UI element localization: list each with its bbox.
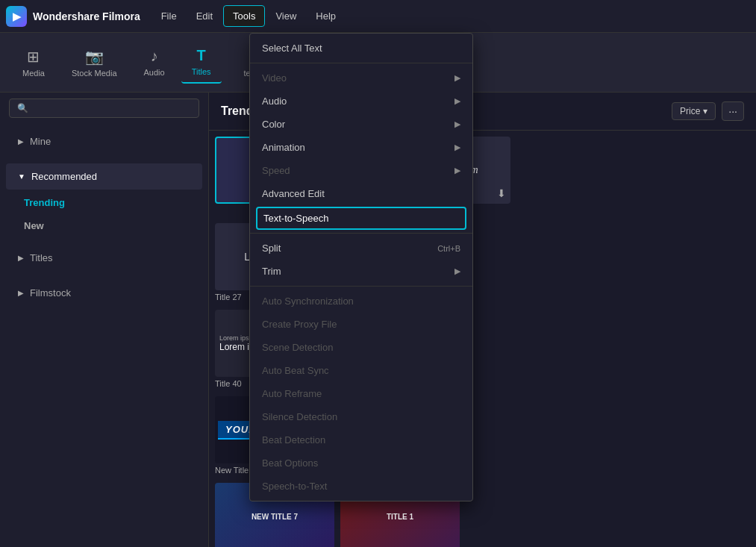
audio-arrow-icon: ▶ xyxy=(454,96,460,106)
dropdown-text-to-speech[interactable]: Text-to-Speech xyxy=(256,207,466,230)
menu-bar: ▶ Wondershare Filmora File Edit Tools Vi… xyxy=(0,0,756,33)
toolbar-stock-media[interactable]: 📷 Stock Media xyxy=(61,42,128,84)
media-icon: ⊞ xyxy=(27,48,40,66)
dropdown-video: Video ▶ xyxy=(250,66,472,90)
speed-arrow-icon: ▶ xyxy=(454,166,460,175)
toolbar-media[interactable]: ⊞ Media xyxy=(12,42,55,84)
menu-tools[interactable]: Tools xyxy=(223,5,265,27)
dropdown-select-all-text[interactable]: Select All Text xyxy=(250,37,472,60)
dropdown-divider-1 xyxy=(250,63,472,63)
dropdown-color[interactable]: Color ▶ xyxy=(250,113,472,136)
dropdown-speed: Speed ▶ xyxy=(250,159,472,182)
price-chevron-icon: ▾ xyxy=(703,106,707,116)
sidebar-subitem-new[interactable]: New xyxy=(0,214,208,237)
sidebar-item-titles[interactable]: ▶ Titles xyxy=(6,245,202,271)
sidebar-item-mine[interactable]: ▶ Mine xyxy=(6,128,202,154)
sidebar: ▶ Mine ▼ Recommended Trending New ▶ Titl… xyxy=(0,93,209,547)
toolbar-audio[interactable]: ♪ Audio xyxy=(134,42,175,83)
filmstock-label: Filmstock xyxy=(30,287,71,298)
filmstock-arrow-icon: ▶ xyxy=(18,289,24,297)
sidebar-section-recommended: ▼ Recommended Trending New xyxy=(0,159,208,240)
sidebar-subitem-trending[interactable]: Trending xyxy=(0,191,208,214)
app-name: Wondershare Filmora xyxy=(33,10,140,22)
thumb-text-t7: New Title 7 xyxy=(252,513,298,521)
menu-items: File Edit Tools View Help xyxy=(152,5,345,27)
menu-file[interactable]: File xyxy=(152,6,186,26)
mine-arrow-icon: ▶ xyxy=(18,137,24,146)
price-label: Price xyxy=(680,106,700,116)
dropdown-speech-to-text: Speech-to-Text xyxy=(250,475,472,498)
titles-label-sidebar: Titles xyxy=(30,252,53,263)
sidebar-item-filmstock[interactable]: ▶ Filmstock xyxy=(6,280,202,306)
menu-help[interactable]: Help xyxy=(307,6,345,26)
dropdown-beat-options: Beat Options xyxy=(250,451,472,475)
sidebar-section-filmstock: ▶ Filmstock xyxy=(0,275,208,310)
dropdown-audio[interactable]: Audio ▶ xyxy=(250,90,472,113)
more-button[interactable]: ··· xyxy=(722,101,744,121)
dropdown-silence-detect: Silence Detection xyxy=(250,405,472,428)
color-arrow-icon: ▶ xyxy=(454,119,460,129)
sidebar-section-titles: ▶ Titles xyxy=(0,240,208,275)
dropdown-auto-sync: Auto Synchronization xyxy=(250,290,472,313)
stock-media-label: Stock Media xyxy=(72,69,117,78)
dropdown-trim[interactable]: Trim ▶ xyxy=(250,260,472,283)
dropdown-create-proxy: Create Proxy File xyxy=(250,313,472,336)
price-selector: Price ▾ ··· xyxy=(672,101,744,121)
app-logo: ▶ Wondershare Filmora xyxy=(6,6,140,27)
audio-icon: ♪ xyxy=(151,48,158,65)
recommended-arrow-icon: ▼ xyxy=(18,172,25,181)
titles-label: Titles xyxy=(192,67,211,76)
animation-arrow-icon: ▶ xyxy=(454,143,460,152)
dropdown-advanced-edit[interactable]: Advanced Edit xyxy=(250,182,472,205)
mine-label: Mine xyxy=(30,136,51,147)
trim-arrow-icon: ▶ xyxy=(454,266,460,276)
stock-media-icon: 📷 xyxy=(85,48,104,66)
titles-icon: T xyxy=(196,47,205,64)
sidebar-section-mine: ▶ Mine xyxy=(0,124,208,159)
download-icon-t33[interactable]: ⬇ xyxy=(497,187,506,199)
dropdown-scene-detect: Scene Detection xyxy=(250,336,472,359)
price-button[interactable]: Price ▾ xyxy=(672,102,716,120)
thumb-text-t1: Title 1 xyxy=(387,513,413,521)
dropdown-auto-reframe: Auto Reframe xyxy=(250,382,472,405)
app-logo-icon: ▶ xyxy=(6,6,27,27)
titles-arrow-icon: ▶ xyxy=(18,254,24,262)
dropdown-divider-3 xyxy=(250,286,472,287)
dropdown-split[interactable]: Split Ctrl+B xyxy=(250,237,472,260)
search-input[interactable] xyxy=(9,99,199,118)
menu-edit[interactable]: Edit xyxy=(187,6,222,26)
dropdown-auto-beat: Auto Beat Sync xyxy=(250,359,472,382)
video-arrow-icon: ▶ xyxy=(454,73,460,83)
dropdown-divider-2 xyxy=(250,233,472,234)
toolbar-titles[interactable]: T Titles xyxy=(181,41,222,84)
media-label: Media xyxy=(22,69,45,78)
recommended-label: Recommended xyxy=(31,171,97,182)
menu-view[interactable]: View xyxy=(266,6,305,26)
sidebar-search-area xyxy=(0,93,208,124)
audio-label: Audio xyxy=(144,68,165,77)
sidebar-item-recommended[interactable]: ▼ Recommended xyxy=(6,163,202,190)
tools-dropdown-menu: Select All Text Video ▶ Audio ▶ Color ▶ … xyxy=(249,33,473,501)
dropdown-animation[interactable]: Animation ▶ xyxy=(250,136,472,159)
dropdown-beat-detect: Beat Detection xyxy=(250,428,472,451)
